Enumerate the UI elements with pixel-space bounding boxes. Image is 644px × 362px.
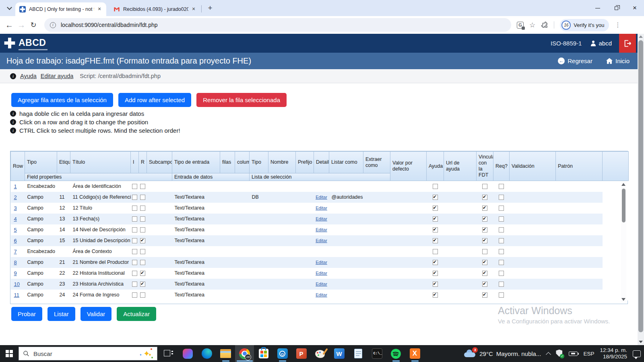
- r-checkbox[interactable]: [140, 227, 145, 232]
- table-row[interactable]: 8Campo2121 Nombre del ProductorText/Text…: [11, 257, 629, 268]
- ayuda-checkbox[interactable]: [433, 282, 438, 287]
- notification-center-icon[interactable]: [633, 350, 641, 357]
- address-bar[interactable]: i localhost:9090/central/dbadmin/fdt.php: [44, 18, 511, 32]
- editar-link[interactable]: Editar: [316, 206, 327, 210]
- copilot-icon[interactable]: [178, 345, 197, 362]
- r-checkbox[interactable]: [140, 195, 145, 200]
- paint-icon[interactable]: [311, 345, 330, 362]
- verify-profile-chip[interactable]: 16 Verify it's you: [560, 19, 609, 31]
- i-checkbox[interactable]: [132, 271, 137, 276]
- abcd-logo[interactable]: ABCD: [3, 37, 47, 50]
- forward-icon[interactable]: →: [15, 21, 27, 30]
- actualizar-button[interactable]: Actualizar: [117, 307, 156, 321]
- r-checkbox[interactable]: [140, 249, 145, 254]
- editar-link[interactable]: Editar: [316, 216, 327, 221]
- row-number-link[interactable]: 5: [14, 227, 17, 233]
- table-row[interactable]: 7EncabezadoÁrea de Contexto: [11, 246, 629, 257]
- chrome-icon[interactable]: 16: [235, 345, 254, 362]
- fdt-checkbox[interactable]: [482, 238, 487, 243]
- extensions-icon[interactable]: [541, 21, 548, 29]
- r-checkbox[interactable]: [140, 206, 145, 211]
- page-scroll-up-icon[interactable]: [639, 35, 643, 38]
- battery-icon[interactable]: [569, 352, 578, 356]
- editar-link[interactable]: Editar: [316, 260, 327, 265]
- weather-widget[interactable]: 3 29°C Mayorm. nubla...: [464, 350, 541, 358]
- ayuda-checkbox[interactable]: [433, 260, 438, 265]
- terminal-icon[interactable]: C:\_: [367, 345, 386, 362]
- table-row[interactable]: 6Campo1515 Unidad de DescripciónText/Tex…: [11, 235, 629, 246]
- r-checkbox[interactable]: [140, 271, 145, 276]
- restore-button[interactable]: [607, 0, 625, 16]
- editar-link[interactable]: Editar: [316, 195, 327, 200]
- req-checkbox[interactable]: [499, 282, 504, 287]
- minimize-button[interactable]: [588, 0, 607, 16]
- translate-icon[interactable]: G: [517, 22, 524, 29]
- fdt-checkbox[interactable]: [482, 227, 487, 232]
- req-checkbox[interactable]: [499, 206, 504, 211]
- req-checkbox[interactable]: [499, 249, 504, 254]
- req-checkbox[interactable]: [499, 227, 504, 232]
- scroll-down-icon[interactable]: [621, 298, 625, 301]
- user-menu[interactable]: abcd: [590, 40, 612, 47]
- fdt-checkbox[interactable]: [482, 271, 487, 276]
- inicio-link[interactable]: Inicio: [606, 58, 630, 64]
- table-row[interactable]: 5Campo1414 Nivel de DescripciónText/Text…: [11, 224, 629, 235]
- r-checkbox[interactable]: [140, 216, 145, 222]
- r-checkbox[interactable]: [140, 282, 145, 287]
- row-number-link[interactable]: 9: [14, 270, 17, 276]
- scroll-thumb[interactable]: [622, 189, 625, 222]
- back-icon[interactable]: ←: [3, 21, 15, 30]
- listar-button[interactable]: Listar: [47, 307, 75, 321]
- tab-close-icon[interactable]: ×: [190, 6, 197, 13]
- new-tab-button[interactable]: +: [205, 3, 215, 13]
- ayuda-checkbox[interactable]: [433, 292, 438, 298]
- ayuda-checkbox[interactable]: [433, 238, 438, 243]
- microsoft-store-icon[interactable]: [254, 345, 273, 362]
- fdt-checkbox[interactable]: [482, 184, 487, 189]
- ayuda-checkbox[interactable]: [433, 227, 438, 232]
- r-checkbox[interactable]: [140, 260, 145, 265]
- site-info-icon[interactable]: i: [50, 22, 56, 28]
- i-checkbox[interactable]: [132, 260, 137, 265]
- notepad-icon[interactable]: [349, 345, 367, 362]
- i-checkbox[interactable]: [132, 249, 137, 254]
- ayuda-checkbox[interactable]: [433, 184, 438, 189]
- ayuda-checkbox[interactable]: [433, 206, 438, 211]
- row-number-link[interactable]: 10: [14, 281, 20, 287]
- row-number-link[interactable]: 8: [14, 259, 17, 265]
- table-scrollbar[interactable]: [621, 182, 626, 302]
- fdt-checkbox[interactable]: [482, 260, 487, 265]
- scroll-up-icon[interactable]: [621, 183, 625, 186]
- tray-expand-icon[interactable]: [546, 352, 551, 357]
- taskbar-clock[interactable]: 12:34 p. m. 18/9/2025: [600, 347, 627, 360]
- i-checkbox[interactable]: [132, 238, 137, 243]
- ayuda-link[interactable]: Ayuda: [20, 73, 37, 79]
- security-shield-icon[interactable]: ✓: [556, 350, 563, 358]
- table-row[interactable]: 11Campo2424 Forma de IngresoText/Textare…: [11, 290, 629, 300]
- r-checkbox[interactable]: [140, 238, 145, 243]
- word-icon[interactable]: W: [330, 345, 349, 362]
- browser-tab-active[interactable]: ABCD | Only for testing - not fo ×: [15, 2, 106, 16]
- i-checkbox[interactable]: [132, 292, 137, 298]
- row-number-link[interactable]: 3: [14, 205, 17, 211]
- ayuda-checkbox[interactable]: [433, 249, 438, 254]
- search-highlights-icon[interactable]: ✦✦✦: [139, 348, 153, 359]
- editar-link[interactable]: Editar: [316, 271, 327, 276]
- page-scroll-thumb[interactable]: [638, 40, 643, 332]
- bookmark-star-icon[interactable]: ☆: [529, 21, 535, 29]
- req-checkbox[interactable]: [499, 271, 504, 276]
- fdt-checkbox[interactable]: [482, 282, 487, 287]
- probar-button[interactable]: Probar: [11, 307, 42, 321]
- req-checkbox[interactable]: [499, 238, 504, 243]
- ayuda-checkbox[interactable]: [433, 216, 438, 222]
- row-number-link[interactable]: 1: [14, 183, 17, 189]
- editar-ayuda-link[interactable]: Editar ayuda: [41, 73, 73, 79]
- i-checkbox[interactable]: [132, 195, 137, 200]
- req-checkbox[interactable]: [499, 184, 504, 189]
- add-row-after-button[interactable]: Add row after selected: [118, 93, 191, 107]
- taskbar-search-box[interactable]: Buscar ✦✦✦: [19, 347, 157, 360]
- remove-row-button[interactable]: Remover la fila seleccionada: [196, 93, 287, 107]
- row-number-link[interactable]: 2: [14, 194, 17, 200]
- i-checkbox[interactable]: [132, 216, 137, 222]
- reload-icon[interactable]: ↻: [27, 21, 39, 29]
